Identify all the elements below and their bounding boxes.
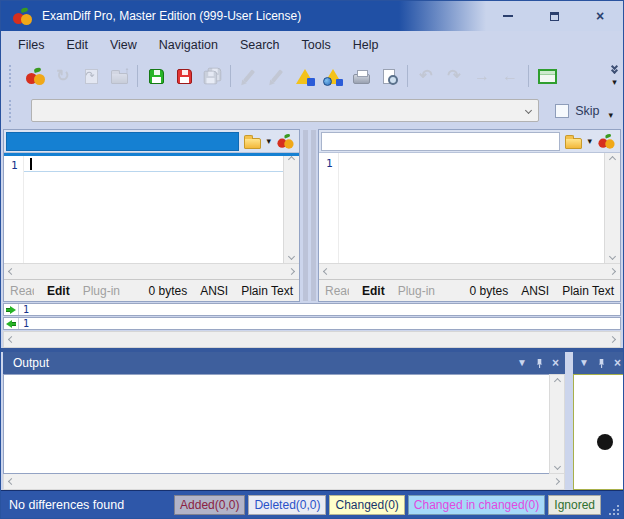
next-difference-icon: → — [474, 68, 490, 84]
pane-status-read[interactable]: Read — [325, 284, 349, 298]
close-button[interactable]: × — [577, 1, 623, 31]
skip-options-arrow[interactable]: ▾ — [608, 110, 613, 120]
panes-view-button[interactable] — [533, 63, 561, 90]
pane-splitter[interactable] — [300, 129, 318, 302]
toolbar-grip[interactable] — [9, 65, 13, 87]
copy-left-button[interactable] — [4, 318, 19, 329]
print-preview-button[interactable] — [375, 63, 403, 90]
first-horizontal-scrollbar[interactable] — [4, 263, 299, 279]
statistics-panel-header[interactable]: ▼ × — [573, 352, 624, 374]
maximize-button[interactable] — [531, 1, 577, 31]
print-button[interactable] — [347, 63, 375, 90]
compare-button[interactable] — [21, 63, 49, 90]
edit-first-file-button[interactable] — [235, 63, 263, 90]
output-text-area[interactable] — [3, 374, 549, 474]
output-close-icon[interactable]: × — [552, 357, 559, 369]
second-file-path-box[interactable] — [321, 132, 560, 151]
menu-help[interactable]: Help — [342, 33, 390, 57]
open-first-file-folder-icon[interactable] — [244, 138, 261, 149]
first-file-pane: ▾ 1 ReadEditPlug-in0 bytesANSIPlain Text — [3, 129, 300, 302]
toolbar-overflow-button[interactable]: ▾ — [612, 66, 619, 87]
pane-status-edit[interactable]: Edit — [47, 284, 70, 298]
first-file-editor[interactable]: 1 — [4, 153, 299, 263]
menu-edit[interactable]: Edit — [55, 33, 99, 57]
open-files-button[interactable]: ↑ — [105, 63, 133, 90]
menu-tools[interactable]: Tools — [291, 33, 342, 57]
second-file-recent-arrow-icon[interactable]: ▾ — [587, 136, 592, 146]
output-menu-arrow-icon[interactable]: ▼ — [517, 358, 527, 368]
resize-grip[interactable] — [607, 503, 619, 515]
compare-first-icon[interactable] — [277, 134, 293, 148]
second-file-editor[interactable]: 1 — [319, 153, 620, 263]
first-vertical-scrollbar[interactable] — [283, 153, 299, 263]
first-file-recent-arrow-icon[interactable]: ▾ — [266, 136, 271, 146]
second-vertical-scrollbar[interactable] — [604, 153, 620, 263]
output-pin-icon[interactable] — [535, 358, 544, 369]
pane-status-plug-in[interactable]: Plug-in — [398, 284, 435, 298]
first-file-path-box[interactable] — [6, 132, 239, 151]
second-file-header: ▾ — [319, 130, 620, 153]
recompare-button[interactable]: ↻ — [49, 63, 77, 90]
undo-button[interactable]: ↶ — [412, 63, 440, 90]
examdiff-window: ExamDiff Pro, Master Edition (999-User L… — [0, 0, 624, 519]
compare-second-icon[interactable] — [598, 134, 614, 148]
menu-files[interactable]: Files — [7, 33, 55, 57]
first-line-row[interactable]: 1 — [3, 303, 621, 316]
save-first-file-button[interactable] — [142, 63, 170, 90]
output-panel-header[interactable]: Output ▼ × — [3, 352, 565, 374]
path-bar-grip[interactable] — [9, 100, 13, 122]
statistics-close-icon[interactable]: × — [614, 357, 621, 369]
pane-status-plug-in[interactable]: Plug-in — [83, 284, 120, 298]
statistics-pin-icon[interactable] — [597, 358, 606, 369]
toolbar-buttons: ↻↑↶↷→← — [21, 63, 561, 90]
second-horizontal-scrollbar[interactable] — [319, 263, 620, 279]
compare-panes: ▾ 1 ReadEditPlug-in0 bytesANSIPlain Text — [1, 128, 623, 302]
second-current-line — [339, 153, 604, 169]
pane-status-plain-text: Plain Text — [241, 284, 293, 298]
minimize-button[interactable] — [485, 1, 531, 31]
copy-right-button[interactable] — [4, 304, 19, 315]
combobox-chevron-icon — [525, 107, 532, 114]
second-edit-area[interactable] — [339, 153, 604, 263]
save-differences-button[interactable] — [291, 63, 319, 90]
first-edit-area[interactable] — [24, 153, 283, 263]
menu-view[interactable]: View — [99, 33, 148, 57]
output-content — [3, 374, 565, 474]
app-logo-icon — [13, 8, 32, 25]
edit-second-file-icon — [271, 69, 283, 82]
second-line-row[interactable]: 1 — [3, 317, 621, 330]
second-file-pane: ▾ 1 ReadEditPlug-in0 bytesANSIPlain Text — [318, 129, 621, 302]
file-path-combobox[interactable] — [31, 99, 539, 122]
redo-button[interactable]: ↷ — [440, 63, 468, 90]
pane-status-0-bytes: 0 bytes — [469, 284, 508, 298]
next-difference-button[interactable]: → — [468, 63, 496, 90]
menu-navigation[interactable]: Navigation — [148, 33, 229, 57]
scroll-down-icon — [288, 253, 295, 260]
swap-panes-button[interactable] — [77, 63, 105, 90]
skip-label: Skip — [575, 104, 599, 118]
open-second-file-folder-icon[interactable] — [565, 138, 582, 149]
panel-divider[interactable] — [565, 352, 573, 490]
save-second-file-button[interactable] — [170, 63, 198, 90]
output-horizontal-scrollbar[interactable] — [3, 474, 565, 490]
minimize-icon — [503, 15, 513, 17]
recompare-icon: ↻ — [56, 68, 69, 84]
menu-search[interactable]: Search — [229, 33, 291, 57]
skip-checkbox[interactable] — [555, 104, 569, 118]
pane-status-edit[interactable]: Edit — [362, 284, 385, 298]
edit-second-file-button[interactable] — [263, 63, 291, 90]
diff-count-badges: Added(0,0)Deleted(0,0)Changed(0)Changed … — [174, 495, 601, 515]
pane-status-read[interactable]: Read — [10, 284, 34, 298]
statistics-menu-arrow-icon[interactable]: ▼ — [579, 358, 589, 368]
save-both-files-button[interactable] — [198, 63, 226, 90]
line-viewer-scrollbar[interactable] — [3, 331, 621, 348]
badge-ignored: Ignored — [548, 495, 601, 515]
first-file-header: ▾ — [4, 130, 299, 153]
output-vertical-scrollbar[interactable] — [549, 374, 565, 474]
previous-difference-button[interactable]: ← — [496, 63, 524, 90]
scroll-up-icon — [288, 156, 295, 163]
save-differences-html-button[interactable] — [319, 63, 347, 90]
toolbar-separator — [230, 65, 231, 87]
skip-option: Skip — [555, 104, 599, 118]
scroll-right-icon — [288, 268, 295, 275]
